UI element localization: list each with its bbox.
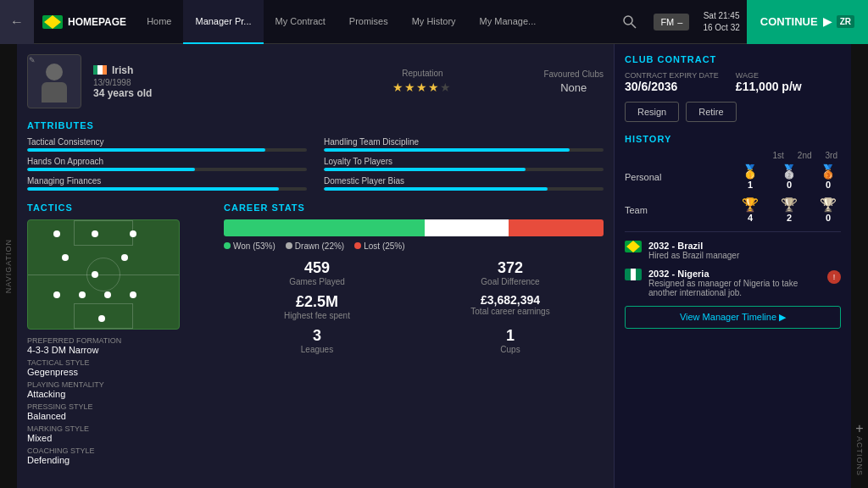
history-entries: 2032 - Brazil Hired as Brazil manager 20… bbox=[625, 231, 841, 297]
continue-label: CONTINUE bbox=[760, 15, 818, 28]
nav-tabs-bar: Home Manager Pr... My Contract Promises … bbox=[135, 0, 548, 44]
fm-minus-icon: – bbox=[677, 17, 682, 27]
player-st bbox=[92, 230, 98, 237]
back-button[interactable]: ← bbox=[0, 0, 34, 44]
team-silver: 🏆 2 bbox=[776, 197, 802, 223]
history-entry-nigeria: 2032 - Nigeria Resigned as manager of Ni… bbox=[625, 269, 841, 297]
tactics-section: TACTICS bbox=[27, 202, 214, 469]
back-icon: ← bbox=[10, 14, 24, 30]
main-content: ✎ Irish 13/9/1998 34 years old bbox=[17, 44, 614, 488]
reputation-section: Reputation ★★★★★ bbox=[392, 69, 452, 94]
personal-gold: 🥇 1 bbox=[737, 164, 763, 190]
search-button[interactable] bbox=[613, 0, 647, 44]
stat-leagues: 3 Leagues bbox=[224, 327, 410, 354]
attributes-section: ATTRIBUTES Tactical Consistency Hands On… bbox=[27, 120, 604, 191]
team-gold: 🏆 4 bbox=[737, 197, 763, 223]
history-title: HISTORY bbox=[625, 134, 841, 144]
attributes-title: ATTRIBUTES bbox=[27, 120, 604, 130]
avatar: ✎ bbox=[27, 54, 81, 108]
attr-handling-discipline: Handling Team Discipline bbox=[324, 137, 604, 152]
tab-my-contract[interactable]: My Contract bbox=[264, 0, 337, 44]
personal-medals: 🥇 1 🥈 0 🥉 0 bbox=[737, 164, 841, 190]
brazil-flag-icon bbox=[42, 15, 63, 29]
career-stats-grid: 459 Games Played 372 Goal Difference £2.… bbox=[224, 259, 604, 354]
stat-highest-fee: £2.5M Highest fee spent bbox=[224, 293, 410, 320]
left-sidebar: NAVIGATION bbox=[0, 44, 17, 488]
player-dm bbox=[92, 271, 98, 278]
contract-wage: WAGE £11,000 p/w bbox=[736, 71, 802, 93]
avatar-body bbox=[42, 82, 67, 103]
retire-button[interactable]: Retire bbox=[686, 102, 736, 122]
tactic-marking: MARKING STYLE Mixed bbox=[27, 424, 214, 443]
brazil-entry-flag bbox=[625, 241, 642, 252]
tab-my-history[interactable]: My History bbox=[400, 0, 468, 44]
right-actions-sidebar: + ACTIONS bbox=[851, 44, 868, 488]
attributes-grid: Tactical Consistency Hands On Approach M… bbox=[27, 137, 604, 191]
tactic-coaching: COACHING STYLE Defending bbox=[27, 446, 214, 465]
attr-hands-on: Hands On Approach bbox=[27, 157, 307, 171]
tactic-style: TACTICAL STYLE Gegenpress bbox=[27, 358, 214, 377]
avatar-head bbox=[46, 64, 63, 80]
resign-button[interactable]: Resign bbox=[625, 102, 679, 122]
home-flag-area: HOMEPAGE bbox=[34, 15, 135, 29]
player-rw bbox=[130, 230, 136, 237]
continue-button[interactable]: CONTINUE ▶ ZR bbox=[747, 0, 868, 44]
contract-details: CONTRACT EXPIRY DATE 30/6/2036 WAGE £11,… bbox=[625, 71, 841, 93]
nigeria-entry-flag bbox=[625, 269, 642, 280]
player-mr bbox=[121, 254, 128, 261]
stat-goal-difference: 372 Goal Difference bbox=[417, 259, 604, 286]
svg-line-1 bbox=[632, 24, 636, 28]
tab-promises[interactable]: Promises bbox=[337, 0, 400, 44]
personal-bronze: 🥉 0 bbox=[815, 164, 841, 190]
tactics-details: PREFERRED FORMATION 4-3-3 DM Narrow TACT… bbox=[27, 336, 214, 465]
legend-lost: Lost (25%) bbox=[354, 241, 404, 251]
right-panel: CLUB CONTRACT CONTRACT EXPIRY DATE 30/6/… bbox=[614, 44, 851, 488]
player-ml bbox=[62, 254, 69, 261]
tab-home[interactable]: Home bbox=[135, 0, 183, 44]
history-personal-row: Personal 🥇 1 🥈 0 🥉 0 bbox=[625, 164, 841, 190]
avatar-silhouette bbox=[37, 60, 71, 103]
tactics-title: TACTICS bbox=[27, 202, 214, 213]
career-stats-section: CAREER STATS Won (53%) Drawn (22%) Lost … bbox=[224, 202, 604, 469]
datetime-display: Sat 21:45 16 Oct 32 bbox=[703, 10, 739, 34]
brazil-entry-text: 2032 - Brazil Hired as Brazil manager bbox=[648, 241, 739, 260]
player-lb bbox=[53, 291, 60, 298]
fm-badge: FM – bbox=[654, 14, 689, 30]
bar-drawn bbox=[425, 219, 509, 236]
fm-label: FM bbox=[660, 17, 674, 27]
player-gk bbox=[98, 315, 105, 322]
irish-flag-icon bbox=[93, 65, 107, 75]
player-rb bbox=[130, 291, 136, 298]
tactic-pressing: PRESSING STYLE Balanced bbox=[27, 402, 214, 421]
team-bronze: 🏆 0 bbox=[815, 197, 841, 223]
attr-tactical-consistency: Tactical Consistency bbox=[27, 137, 307, 152]
attr-domestic-bias: Domestic Player Bias bbox=[324, 176, 604, 191]
profile-header: ✎ Irish 13/9/1998 34 years old bbox=[27, 54, 604, 108]
history-medals-header: 1st 2nd 3rd bbox=[625, 151, 841, 160]
warning-icon: ! bbox=[827, 270, 841, 284]
attributes-left: Tactical Consistency Hands On Approach M… bbox=[27, 137, 307, 191]
view-timeline-button[interactable]: View Manager Timeline ▶ bbox=[625, 306, 841, 329]
favoured-clubs-label: Favoured Clubs bbox=[543, 69, 604, 79]
edit-icon[interactable]: ✎ bbox=[29, 56, 36, 64]
bar-lost bbox=[509, 219, 604, 236]
top-navigation: ← HOMEPAGE Home Manager Pr... My Contrac… bbox=[0, 0, 868, 44]
bar-won bbox=[224, 219, 425, 236]
contract-expiry: CONTRACT EXPIRY DATE 30/6/2036 bbox=[625, 71, 719, 93]
search-icon bbox=[623, 15, 637, 29]
zr-badge: ZR bbox=[837, 15, 854, 28]
profile-nationality: Irish bbox=[112, 64, 133, 76]
bar-legend: Won (53%) Drawn (22%) Lost (25%) bbox=[224, 241, 604, 251]
tab-my-manage[interactable]: My Manage... bbox=[468, 0, 548, 44]
favoured-clubs-value: None bbox=[543, 81, 604, 94]
player-lw bbox=[53, 230, 60, 237]
history-team-row: Team 🏆 4 🏆 2 🏆 0 bbox=[625, 197, 841, 223]
tactic-formation: PREFERRED FORMATION 4-3-3 DM Narrow bbox=[27, 336, 214, 355]
profile-dob: 13/9/1998 bbox=[93, 78, 381, 87]
tab-manager-profile[interactable]: Manager Pr... bbox=[183, 0, 263, 44]
nigeria-entry-text: 2032 - Nigeria Resigned as manager of Ni… bbox=[648, 269, 821, 297]
attributes-right: Handling Team Discipline Loyalty To Play… bbox=[324, 137, 604, 191]
personal-silver: 🥈 0 bbox=[776, 164, 802, 190]
actions-plus-button[interactable]: + bbox=[855, 421, 863, 436]
contract-buttons: Resign Retire bbox=[625, 102, 841, 122]
